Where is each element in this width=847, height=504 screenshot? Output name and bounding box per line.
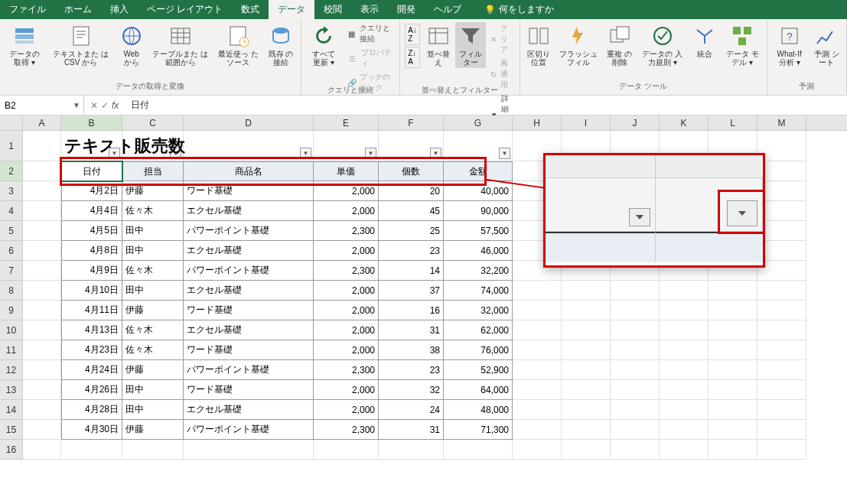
cell-product[interactable]: エクセル基礎 [184, 201, 314, 221]
cell-product[interactable]: パワーポイント基礎 [184, 261, 314, 281]
empty-cell[interactable] [660, 420, 709, 440]
empty-cell[interactable] [562, 320, 611, 340]
cell-B16[interactable] [61, 440, 122, 460]
row-header[interactable]: 12 [0, 360, 23, 380]
cell-date[interactable]: 4月8日 [61, 241, 122, 261]
cell-amount[interactable]: 32,200 [444, 261, 513, 281]
empty-cell[interactable] [660, 320, 709, 340]
filter-button[interactable]: フィルター [455, 22, 486, 68]
remove-duplicates-button[interactable]: 重複 の削除 [604, 22, 636, 68]
cell-amount[interactable]: 52,900 [444, 360, 513, 380]
existing-conn-button[interactable]: 既存 の接続 [264, 22, 298, 68]
cell-date[interactable]: 4月11日 [61, 301, 122, 320]
sort-desc-button[interactable]: Z↓A [405, 47, 420, 68]
cell-A[interactable] [23, 320, 61, 340]
filter-dropdown-icon[interactable]: ▼ [365, 148, 376, 159]
cell-qty[interactable]: 25 [379, 221, 444, 241]
empty-cell[interactable] [709, 301, 757, 320]
cell-B1-title[interactable]: テキスト販売数▼ [61, 131, 122, 161]
cell-person[interactable]: 佐々木 [122, 201, 184, 221]
empty-cell[interactable] [611, 400, 660, 420]
tab-data[interactable]: データ [269, 0, 314, 19]
cell-C16[interactable] [122, 440, 184, 460]
cell-F1[interactable]: ▼ [379, 131, 444, 161]
col-C[interactable]: C [122, 115, 184, 130]
header-price[interactable]: 単価 [314, 161, 379, 181]
empty-cell[interactable] [709, 340, 757, 360]
col-A[interactable]: A [23, 115, 61, 130]
cell-price[interactable]: 2,000 [314, 301, 379, 320]
fx-icon[interactable]: fx [112, 100, 119, 111]
header-qty[interactable]: 個数 [379, 161, 444, 181]
empty-cell[interactable] [611, 281, 660, 301]
cell-qty[interactable]: 32 [379, 380, 444, 400]
select-all-corner[interactable] [0, 115, 23, 130]
data-model-button[interactable]: データ モ デル ▾ [722, 22, 764, 68]
cell-A[interactable] [23, 281, 61, 301]
cell-person[interactable]: 田中 [122, 221, 184, 241]
empty-cell[interactable] [757, 340, 806, 360]
tab-view[interactable]: 表示 [351, 0, 388, 19]
cell-A16[interactable] [23, 440, 61, 460]
col-L[interactable]: L [709, 115, 757, 130]
cell-date[interactable]: 4月5日 [61, 221, 122, 241]
cell-price[interactable]: 2,300 [314, 221, 379, 241]
cell-price[interactable]: 2,300 [314, 261, 379, 281]
cell-A[interactable] [23, 360, 61, 380]
empty-cell[interactable] [757, 420, 806, 440]
filter-dropdown-icon[interactable]: ▼ [499, 148, 510, 159]
row-header[interactable]: 8 [0, 281, 23, 301]
sort-button[interactable]: 並べ替え [423, 22, 454, 68]
queries-connections-button[interactable]: ▦クエリと接続 [344, 22, 396, 45]
cell-price[interactable]: 2,000 [314, 241, 379, 261]
cell-product[interactable]: ワード基礎 [184, 301, 314, 320]
cell-qty[interactable]: 16 [379, 301, 444, 320]
empty-cell[interactable] [660, 301, 709, 320]
empty-cell[interactable] [660, 400, 709, 420]
empty-cell[interactable] [562, 340, 611, 360]
cell-A[interactable] [23, 400, 61, 420]
cell-product[interactable]: エクセル基礎 [184, 241, 314, 261]
cell-amount[interactable]: 32,000 [444, 301, 513, 320]
empty-cell[interactable] [757, 320, 806, 340]
empty-cell[interactable] [513, 400, 562, 420]
zoom-filter-dropdown-2[interactable] [727, 200, 757, 226]
cell-product[interactable]: パワーポイント基礎 [184, 420, 314, 440]
cell-amount[interactable]: 71,300 [444, 420, 513, 440]
filter-dropdown-icon[interactable]: ▼ [430, 148, 441, 159]
empty-cell[interactable] [611, 360, 660, 380]
header-product[interactable]: 商品名 [184, 161, 314, 181]
empty-cell[interactable] [709, 420, 757, 440]
cell-A[interactable] [23, 181, 61, 201]
properties-button[interactable]: ☰プロパティ [344, 47, 396, 70]
cell-date[interactable]: 4月10日 [61, 281, 122, 301]
cell-qty[interactable]: 45 [379, 201, 444, 221]
empty-cell[interactable] [513, 380, 562, 400]
row-header[interactable]: 10 [0, 320, 23, 340]
col-D[interactable]: D [184, 115, 314, 130]
cell-price[interactable]: 2,000 [314, 380, 379, 400]
col-J[interactable]: J [611, 115, 660, 130]
cell-price[interactable]: 2,000 [314, 201, 379, 221]
cell-qty[interactable]: 24 [379, 400, 444, 420]
cell-amount[interactable]: 76,000 [444, 340, 513, 360]
header-person[interactable]: 担当 [122, 161, 184, 181]
cell-price[interactable]: 2,000 [314, 281, 379, 301]
cell-person[interactable]: 田中 [122, 400, 184, 420]
cell-qty[interactable]: 23 [379, 241, 444, 261]
name-box-dropdown-icon[interactable]: ▼ [73, 101, 80, 109]
empty-cell[interactable] [513, 360, 562, 380]
row-header[interactable]: 15 [0, 420, 23, 440]
cell-date[interactable]: 4月24日 [61, 360, 122, 380]
empty-cell[interactable] [562, 420, 611, 440]
tab-insert[interactable]: 挿入 [101, 0, 138, 19]
cell-date[interactable]: 4月2日 [61, 181, 122, 201]
col-H[interactable]: H [513, 115, 562, 130]
empty-cell[interactable] [562, 301, 611, 320]
cell-person[interactable]: 伊藤 [122, 181, 184, 201]
cell-F16[interactable] [379, 440, 444, 460]
cell-date[interactable]: 4月30日 [61, 420, 122, 440]
col-G[interactable]: G [444, 115, 513, 130]
tab-page-layout[interactable]: ページ レイアウト [138, 0, 232, 19]
cell-date[interactable]: 4月23日 [61, 340, 122, 360]
